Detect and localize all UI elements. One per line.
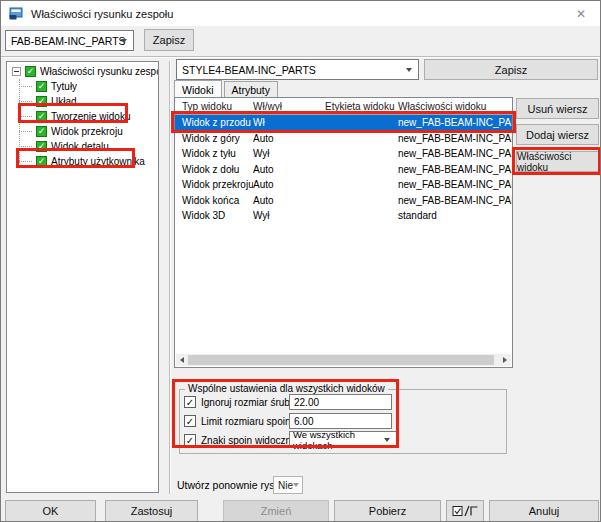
table-row[interactable]: Widok przekroju Auto new_FAB-BEAM-INC_PA… (175, 177, 512, 193)
table-row[interactable]: Widok końca Auto new_FAB-BEAM-INC_PARTS_… (175, 193, 512, 209)
chevron-down-icon (384, 438, 390, 442)
cell-view-type: Widok 3D (175, 210, 253, 221)
chevron-down-icon (406, 68, 412, 72)
tree-item-label: Atrybuty użytkownika (51, 156, 145, 167)
ok-label: OK (43, 505, 59, 517)
checked-checkbox-icon[interactable]: ✓ (184, 396, 196, 408)
preset-combobox-value: FAB-BEAM-INC_PARTS (11, 35, 126, 47)
apply-label: Zastosuj (131, 505, 173, 517)
scrollbar-thumb[interactable] (188, 355, 494, 365)
tab-label: Atrybuty (232, 84, 271, 96)
checked-checkbox-icon[interactable]: ✓ (184, 415, 196, 427)
column-header: Wł/wył (253, 101, 325, 112)
close-icon[interactable]: ✕ (573, 6, 589, 22)
cell-view-properties: new_FAB-BEAM-INC_PARTS (398, 133, 512, 144)
tree-root-item[interactable]: ✓ Właściwości rysunku zespołu (12, 64, 158, 79)
weld-marks-label: Znaki spoin widoczne: (201, 435, 299, 446)
checked-checkbox-icon[interactable]: ✓ (36, 141, 47, 152)
vertical-separator (169, 61, 171, 494)
weld-marks-value: We wszystkich widokach (293, 429, 396, 451)
scroll-left-icon[interactable] (176, 354, 188, 366)
cell-on-off: Auto (253, 164, 325, 175)
tree-item-label: Tytuły (51, 81, 77, 92)
cell-view-type: Widok końca (175, 195, 253, 206)
assembly-drawing-properties-dialog: Właściwości rysunku zespołu ✕ FAB-BEAM-I… (0, 0, 601, 522)
column-header: Typ widoku (175, 101, 253, 112)
tree-item-uklad[interactable]: ✓ Układ (12, 94, 158, 109)
tab-atrybuty[interactable]: Atrybuty (224, 81, 279, 98)
preset-combobox[interactable]: FAB-BEAM-INC_PARTS (5, 30, 134, 51)
add-row-button[interactable]: Dodaj wiersz (516, 124, 599, 145)
tree-item-widok-przekroju[interactable]: ✓ Widok przekroju (12, 124, 158, 139)
ok-button[interactable]: OK (5, 500, 96, 522)
options-tree-panel: ✓ Właściwości rysunku zespołu ✓ Tytuły ✓… (6, 61, 159, 493)
checked-checkbox-icon[interactable]: ✓ (184, 434, 196, 446)
tab-strip: Widoki Atrybuty (174, 80, 280, 98)
cell-view-properties: new_FAB-BEAM-INC_PARTS_2 (398, 195, 512, 206)
cell-view-properties: new_FAB-BEAM-INC_PARTS (398, 148, 512, 159)
recreate-drawing-select[interactable]: Nie (273, 476, 303, 494)
tree-collapse-icon[interactable] (12, 67, 21, 76)
toggle-checkboxes-button[interactable] (446, 500, 484, 522)
cancel-button[interactable]: Anuluj (489, 500, 599, 522)
save-preset-button[interactable]: Zapisz (144, 29, 194, 51)
title-bar: Właściwości rysunku zespołu ✕ (1, 1, 600, 26)
weld-marks-row: ✓ Znaki spoin widoczne: (184, 432, 299, 448)
ignore-bolt-field[interactable] (289, 394, 392, 410)
view-style-combobox[interactable]: STYLE4-BEAM-INC_PARTS (176, 59, 419, 80)
table-row[interactable]: Widok z dołu Auto new_FAB-BEAM-INC_PARTS (175, 162, 512, 178)
cell-on-off: Auto (253, 133, 325, 144)
weld-limit-field[interactable] (289, 413, 392, 429)
apply-button[interactable]: Zastosuj (105, 500, 198, 522)
weld-limit-row: ✓ Limit rozmiaru spoiny (184, 413, 295, 429)
ignore-bolt-row: ✓ Ignoruj rozmiar śruby (184, 394, 295, 410)
ignore-bolt-label: Ignoruj rozmiar śruby (201, 397, 295, 408)
cell-on-off: Wł (253, 117, 325, 128)
weld-limit-label: Limit rozmiaru spoiny (201, 416, 295, 427)
save-style-button[interactable]: Zapisz (424, 59, 598, 80)
tree-root-label: Właściwości rysunku zespołu (40, 66, 159, 77)
view-properties-label: Właściwości widoku (517, 151, 598, 173)
tree-item-atrybuty-uzytkownika[interactable]: ✓ Atrybuty użytkownika (12, 154, 158, 169)
views-table: Typ widoku Wł/wył Etykieta widoku Właści… (174, 97, 513, 368)
cell-on-off: Auto (253, 195, 325, 206)
tree-item-tytuly[interactable]: ✓ Tytuły (12, 79, 158, 94)
cell-on-off: Auto (253, 179, 325, 190)
column-header: Właściwości widoku (398, 101, 512, 112)
table-header-row: Typ widoku Wł/wył Etykieta widoku Właści… (175, 98, 512, 115)
table-row[interactable]: Widok z przodu Wł new_FAB-BEAM-INC_PARTS (175, 115, 512, 131)
recreate-drawing-value: Nie (278, 480, 293, 491)
checked-checkbox-icon[interactable]: ✓ (36, 111, 47, 122)
cell-view-type: Widok z góry (175, 133, 253, 144)
horizontal-separator (1, 56, 601, 58)
delete-row-button[interactable]: Usuń wiersz (516, 98, 599, 119)
tree-item-tworzenie-widoku[interactable]: ✓ Tworzenie widoku (12, 109, 158, 124)
checked-checkbox-icon[interactable]: ✓ (25, 66, 36, 77)
common-settings-title: Wspólne ustawienia dla wszystkich widokó… (185, 383, 388, 394)
checked-checkbox-icon[interactable]: ✓ (36, 81, 47, 92)
cell-view-type: Widok z przodu (175, 117, 253, 128)
weld-marks-select[interactable]: We wszystkich widokach (289, 431, 397, 448)
checked-checkbox-icon[interactable]: ✓ (36, 96, 47, 107)
tree-item-label: Widok przekroju (51, 126, 123, 137)
tab-widoki[interactable]: Widoki (174, 80, 222, 98)
checked-checkbox-icon[interactable]: ✓ (36, 156, 47, 167)
get-label: Pobierz (369, 505, 406, 517)
cancel-label: Anuluj (529, 505, 560, 517)
scroll-right-icon[interactable] (499, 354, 511, 366)
horizontal-scrollbar[interactable] (176, 354, 511, 366)
view-style-combobox-value: STYLE4-BEAM-INC_PARTS (182, 64, 316, 76)
modify-label: Zmień (261, 505, 292, 517)
get-button[interactable]: Pobierz (334, 500, 441, 522)
table-row[interactable]: Widok 3D Wył standard (175, 208, 512, 224)
table-row[interactable]: Widok z góry Auto new_FAB-BEAM-INC_PARTS (175, 131, 512, 147)
add-row-label: Dodaj wiersz (526, 129, 589, 141)
tree-item-label: Widok detalu (51, 141, 109, 152)
column-header: Etykieta widoku (325, 101, 398, 112)
save-style-label: Zapisz (495, 64, 527, 76)
cell-view-properties: new_FAB-BEAM-INC_PARTS_2 (398, 179, 512, 190)
table-row[interactable]: Widok z tyłu Wył new_FAB-BEAM-INC_PARTS (175, 146, 512, 162)
tree-item-widok-detalu[interactable]: ✓ Widok detalu (12, 139, 158, 154)
view-properties-button[interactable]: Właściwości widoku (516, 151, 599, 172)
checked-checkbox-icon[interactable]: ✓ (36, 126, 47, 137)
